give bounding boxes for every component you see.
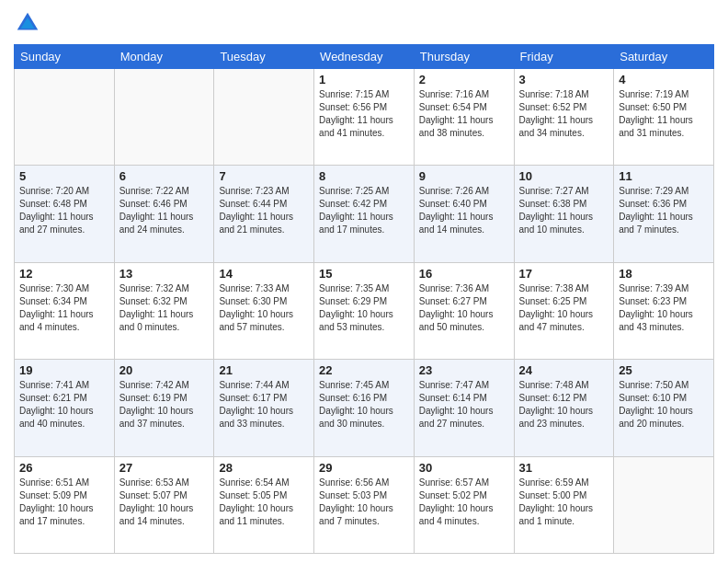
- calendar-cell: [15, 69, 115, 166]
- calendar-cell: 2Sunrise: 7:16 AM Sunset: 6:54 PM Daylig…: [414, 69, 514, 166]
- day-of-week-header: Tuesday: [214, 45, 314, 69]
- calendar-cell: 15Sunrise: 7:35 AM Sunset: 6:29 PM Dayli…: [314, 262, 415, 359]
- day-number: 17: [519, 267, 609, 281]
- calendar-cell: 11Sunrise: 7:29 AM Sunset: 6:36 PM Dayli…: [614, 166, 714, 262]
- day-number: 19: [19, 363, 109, 377]
- day-of-week-header: Wednesday: [314, 45, 415, 69]
- day-of-week-header: Friday: [514, 45, 614, 69]
- logo-icon: [14, 9, 41, 37]
- day-info: Sunrise: 7:47 AM Sunset: 6:14 PM Dayligh…: [419, 379, 509, 431]
- calendar-cell: 3Sunrise: 7:18 AM Sunset: 6:52 PM Daylig…: [514, 69, 614, 166]
- day-number: 9: [419, 169, 509, 183]
- day-info: Sunrise: 7:42 AM Sunset: 6:19 PM Dayligh…: [119, 379, 210, 431]
- day-number: 23: [419, 363, 509, 377]
- day-info: Sunrise: 7:25 AM Sunset: 6:42 PM Dayligh…: [319, 185, 409, 236]
- calendar: SundayMondayTuesdayWednesdayThursdayFrid…: [14, 44, 714, 554]
- day-info: Sunrise: 7:45 AM Sunset: 6:16 PM Dayligh…: [319, 379, 409, 431]
- calendar-week-row: 12Sunrise: 7:30 AM Sunset: 6:34 PM Dayli…: [15, 262, 714, 359]
- day-number: 20: [119, 363, 210, 377]
- day-of-week-header: Saturday: [614, 45, 714, 69]
- day-info: Sunrise: 6:56 AM Sunset: 5:03 PM Dayligh…: [319, 477, 409, 528]
- day-info: Sunrise: 6:59 AM Sunset: 5:00 PM Dayligh…: [519, 477, 609, 528]
- day-info: Sunrise: 7:44 AM Sunset: 6:17 PM Dayligh…: [219, 379, 309, 431]
- day-number: 6: [119, 169, 210, 183]
- day-number: 10: [519, 169, 609, 183]
- day-info: Sunrise: 7:41 AM Sunset: 6:21 PM Dayligh…: [19, 379, 109, 431]
- calendar-cell: 19Sunrise: 7:41 AM Sunset: 6:21 PM Dayli…: [15, 360, 115, 456]
- day-of-week-header: Thursday: [414, 45, 514, 69]
- page: SundayMondayTuesdayWednesdayThursdayFrid…: [0, 0, 728, 563]
- day-info: Sunrise: 7:20 AM Sunset: 6:48 PM Dayligh…: [19, 185, 109, 236]
- day-info: Sunrise: 6:53 AM Sunset: 5:07 PM Dayligh…: [119, 477, 210, 528]
- day-number: 21: [219, 363, 309, 377]
- calendar-cell: 31Sunrise: 6:59 AM Sunset: 5:00 PM Dayli…: [514, 456, 614, 553]
- day-info: Sunrise: 7:39 AM Sunset: 6:23 PM Dayligh…: [619, 282, 709, 334]
- day-info: Sunrise: 7:23 AM Sunset: 6:44 PM Dayligh…: [219, 185, 309, 236]
- day-info: Sunrise: 7:36 AM Sunset: 6:27 PM Dayligh…: [419, 282, 509, 334]
- day-info: Sunrise: 7:30 AM Sunset: 6:34 PM Dayligh…: [19, 282, 109, 334]
- day-number: 11: [619, 169, 709, 183]
- calendar-cell: 7Sunrise: 7:23 AM Sunset: 6:44 PM Daylig…: [214, 166, 314, 262]
- calendar-cell: 27Sunrise: 6:53 AM Sunset: 5:07 PM Dayli…: [114, 456, 214, 553]
- day-info: Sunrise: 7:50 AM Sunset: 6:10 PM Dayligh…: [619, 379, 709, 431]
- calendar-cell: 18Sunrise: 7:39 AM Sunset: 6:23 PM Dayli…: [614, 262, 714, 359]
- day-number: 25: [619, 363, 709, 377]
- day-info: Sunrise: 7:48 AM Sunset: 6:12 PM Dayligh…: [519, 379, 609, 431]
- calendar-cell: 14Sunrise: 7:33 AM Sunset: 6:30 PM Dayli…: [214, 262, 314, 359]
- day-info: Sunrise: 7:15 AM Sunset: 6:56 PM Dayligh…: [319, 88, 409, 140]
- day-number: 30: [419, 461, 509, 475]
- day-number: 29: [319, 461, 409, 475]
- calendar-cell: [214, 69, 314, 166]
- calendar-cell: 26Sunrise: 6:51 AM Sunset: 5:09 PM Dayli…: [15, 456, 115, 553]
- calendar-cell: 5Sunrise: 7:20 AM Sunset: 6:48 PM Daylig…: [15, 166, 115, 262]
- day-number: 3: [519, 73, 609, 86]
- day-number: 27: [119, 461, 210, 475]
- day-info: Sunrise: 7:38 AM Sunset: 6:25 PM Dayligh…: [519, 282, 609, 334]
- day-number: 22: [319, 363, 409, 377]
- day-info: Sunrise: 7:27 AM Sunset: 6:38 PM Dayligh…: [519, 185, 609, 236]
- calendar-cell: 20Sunrise: 7:42 AM Sunset: 6:19 PM Dayli…: [114, 360, 214, 456]
- day-number: 5: [19, 169, 109, 183]
- calendar-cell: 28Sunrise: 6:54 AM Sunset: 5:05 PM Dayli…: [214, 456, 314, 553]
- calendar-cell: 16Sunrise: 7:36 AM Sunset: 6:27 PM Dayli…: [414, 262, 514, 359]
- day-of-week-header: Sunday: [15, 45, 115, 69]
- day-info: Sunrise: 7:29 AM Sunset: 6:36 PM Dayligh…: [619, 185, 709, 236]
- calendar-cell: 4Sunrise: 7:19 AM Sunset: 6:50 PM Daylig…: [614, 69, 714, 166]
- calendar-cell: [114, 69, 214, 166]
- day-info: Sunrise: 6:54 AM Sunset: 5:05 PM Dayligh…: [219, 477, 309, 528]
- day-info: Sunrise: 7:16 AM Sunset: 6:54 PM Dayligh…: [419, 88, 509, 140]
- day-info: Sunrise: 7:33 AM Sunset: 6:30 PM Dayligh…: [219, 282, 309, 334]
- day-number: 28: [219, 461, 309, 475]
- day-info: Sunrise: 7:35 AM Sunset: 6:29 PM Dayligh…: [319, 282, 409, 334]
- calendar-cell: 1Sunrise: 7:15 AM Sunset: 6:56 PM Daylig…: [314, 69, 415, 166]
- day-number: 2: [419, 73, 509, 86]
- day-number: 24: [519, 363, 609, 377]
- day-number: 12: [19, 267, 109, 281]
- calendar-cell: 6Sunrise: 7:22 AM Sunset: 6:46 PM Daylig…: [114, 166, 214, 262]
- day-number: 15: [319, 267, 409, 281]
- day-number: 26: [19, 461, 109, 475]
- day-info: Sunrise: 7:22 AM Sunset: 6:46 PM Dayligh…: [119, 185, 210, 236]
- calendar-cell: 17Sunrise: 7:38 AM Sunset: 6:25 PM Dayli…: [514, 262, 614, 359]
- day-number: 1: [319, 73, 409, 86]
- calendar-cell: 23Sunrise: 7:47 AM Sunset: 6:14 PM Dayli…: [414, 360, 514, 456]
- day-info: Sunrise: 7:18 AM Sunset: 6:52 PM Dayligh…: [519, 88, 609, 140]
- day-of-week-header: Monday: [114, 45, 214, 69]
- day-number: 13: [119, 267, 210, 281]
- day-number: 31: [519, 461, 609, 475]
- calendar-week-row: 1Sunrise: 7:15 AM Sunset: 6:56 PM Daylig…: [15, 69, 714, 166]
- calendar-cell: 13Sunrise: 7:32 AM Sunset: 6:32 PM Dayli…: [114, 262, 214, 359]
- day-number: 4: [619, 73, 709, 86]
- calendar-cell: 29Sunrise: 6:56 AM Sunset: 5:03 PM Dayli…: [314, 456, 415, 553]
- day-info: Sunrise: 6:51 AM Sunset: 5:09 PM Dayligh…: [19, 477, 109, 528]
- day-info: Sunrise: 6:57 AM Sunset: 5:02 PM Dayligh…: [419, 477, 509, 528]
- calendar-cell: 10Sunrise: 7:27 AM Sunset: 6:38 PM Dayli…: [514, 166, 614, 262]
- calendar-week-row: 5Sunrise: 7:20 AM Sunset: 6:48 PM Daylig…: [15, 166, 714, 262]
- day-number: 18: [619, 267, 709, 281]
- calendar-cell: 30Sunrise: 6:57 AM Sunset: 5:02 PM Dayli…: [414, 456, 514, 553]
- calendar-header-row: SundayMondayTuesdayWednesdayThursdayFrid…: [15, 45, 714, 69]
- calendar-cell: 21Sunrise: 7:44 AM Sunset: 6:17 PM Dayli…: [214, 360, 314, 456]
- header: [14, 9, 714, 37]
- logo: [14, 9, 45, 37]
- calendar-cell: 24Sunrise: 7:48 AM Sunset: 6:12 PM Dayli…: [514, 360, 614, 456]
